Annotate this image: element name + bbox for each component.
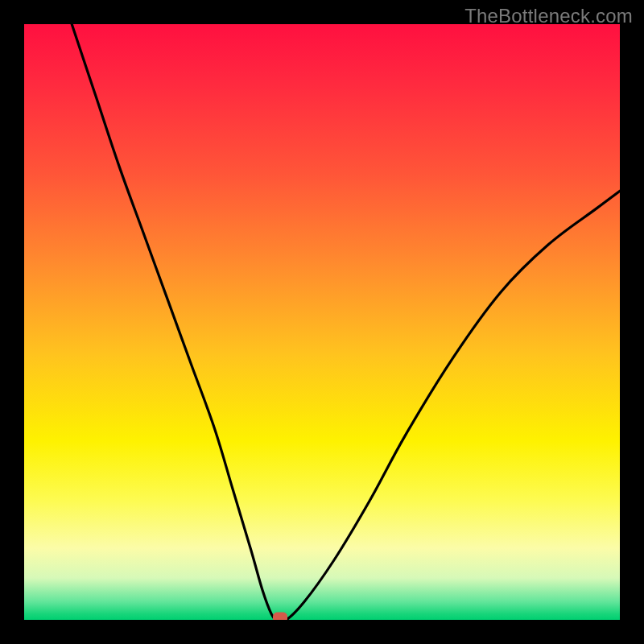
chart-frame: TheBottleneck.com (0, 0, 644, 644)
bottleneck-curve (72, 24, 620, 620)
optimum-marker (273, 613, 287, 621)
plot-area (24, 24, 620, 620)
curve-svg (24, 24, 620, 620)
watermark-text: TheBottleneck.com (464, 5, 633, 27)
